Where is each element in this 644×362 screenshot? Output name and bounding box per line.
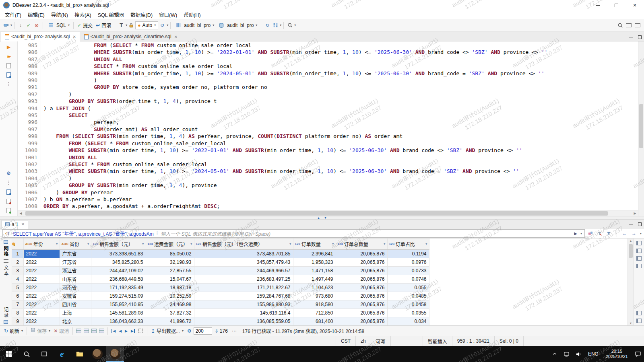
cancel-button[interactable]: ✕ 取消 [52,327,70,334]
presentation-text-tab[interactable]: 文本 [2,265,9,276]
horizontal-scroll-thumb[interactable] [25,211,608,216]
execute-script-icon[interactable]: ▸▸ [5,53,12,60]
previous-page-icon[interactable]: ◀ [119,329,122,333]
grid-cell[interactable]: 345,857,479.43 [194,258,293,266]
column-header-5[interactable]: 123订单数量▾ [293,239,336,249]
row-number[interactable]: 8 [12,309,23,317]
grid-cell[interactable]: 0.1194 [387,249,429,258]
grid-cell[interactable]: 15,047.67 [146,275,194,283]
grid-cell[interactable]: 373,398,651.83 [91,249,146,258]
editor-vertical-scrollbar[interactable] [638,41,644,216]
grid-cell[interactable]: 155,986,880.93 [194,300,293,309]
editor-horizontal-scrollbar[interactable]: ◀ ▶ [18,210,638,216]
grid-cell[interactable]: 0.0485 [387,292,429,300]
task-view-icon[interactable] [35,346,53,362]
grid-cell[interactable]: 171,192,835.49 [91,283,146,292]
network-icon[interactable] [561,346,573,362]
grid-cell[interactable]: 2022 [23,266,60,275]
grid-cell[interactable]: 159,274,515.09 [91,292,146,300]
metadata-panel-icon[interactable] [636,256,642,261]
maximize-button[interactable] [607,0,625,10]
presentation-grid-tab[interactable]: 网格 [2,246,9,257]
load-script-icon[interactable] [5,207,12,214]
grid-cell[interactable]: 37,827.32 [146,309,194,317]
grid-cell[interactable]: 0.055 [387,283,429,292]
grid-corner-cell[interactable] [12,239,23,249]
results-tab-a1[interactable]: a 1 ✕ [2,220,28,228]
grid-cell[interactable]: 0.0746 [387,275,429,283]
goto-row-icon[interactable] [138,329,143,333]
dashboard-dropdown[interactable]: ▾ [280,23,281,27]
history-dropdown[interactable]: ▾ [167,23,168,27]
tab-close-icon[interactable]: ✕ [174,35,178,39]
grid-cell[interactable]: 41,896.72 [146,317,194,325]
grid-cell[interactable]: 171,211,822.67 [194,283,293,292]
grid-cell[interactable]: 10,252.59 [146,292,194,300]
minimize-editor-icon[interactable] [626,33,635,41]
nav-dropdown[interactable]: ▾ [640,232,642,235]
value-panel-icon[interactable] [636,241,642,245]
explain-plan-icon[interactable] [5,62,12,69]
commit-mode-select[interactable]: ● Auto ▾ [135,21,158,29]
grid-cell[interactable]: 34,469.98 [146,300,194,309]
edit-cell-icon[interactable] [76,329,81,333]
row-number[interactable]: 1 [12,249,23,258]
dashboard-icon[interactable] [271,21,279,30]
layout-icon[interactable] [635,23,640,27]
grid-cell[interactable]: 0.0355 [387,309,429,317]
delete-row-icon[interactable] [99,329,104,333]
maximize-editor-icon[interactable] [635,33,644,41]
grid-cell[interactable]: 20,065,876 [336,317,387,325]
app-icon-dbeaver[interactable] [89,346,106,362]
grid-cell[interactable]: 浙江省 [60,266,91,275]
action-center-icon[interactable] [632,346,644,362]
record-mode-tab[interactable]: 记录 [2,307,9,318]
menu-item-1[interactable]: 编辑(E) [25,11,48,19]
column-header-6[interactable]: 123订单总数量▾ [336,239,387,249]
rollback-button[interactable]: ↩回滚 [94,22,113,29]
column-header-4[interactable]: 123销售金额（元）（包含运费）▾ [194,239,293,249]
clear-filter-icon[interactable] [587,230,594,236]
grid-cell[interactable]: 上海 [60,309,91,317]
menu-item-6[interactable]: 窗口(W) [156,11,180,19]
grid-cell[interactable]: 2,396,841 [293,249,336,258]
grid-cell[interactable]: 973,680 [293,292,336,300]
schema-selector[interactable]: audit_bi_pro ▾ [216,21,259,30]
grid-cell[interactable]: 河南省 [60,283,91,292]
menu-item-7[interactable]: 帮助(H) [180,11,204,19]
export-data-button[interactable]: ↥ 导出数据... ▾ [149,327,185,334]
editor-results-splitter[interactable]: ▲ ▼ [0,216,644,220]
references-panel-icon[interactable] [636,264,642,268]
tab-analysis-cleartime-sql[interactable]: <audit_bi_pro> analysis_cleartime.sql ✕ [80,32,182,41]
grid-cell[interactable]: 2022 [23,292,60,300]
add-row-icon[interactable] [84,329,89,333]
save-script-icon[interactable] [5,198,12,204]
column-filter-icon[interactable]: ▾ [56,242,58,246]
maximize-results-icon[interactable] [635,220,644,228]
row-number[interactable]: 6 [12,292,23,300]
menu-item-0[interactable]: 文件(F) [2,11,25,19]
grid-cell[interactable]: 27,857.55 [146,266,194,275]
results-tab-close-icon[interactable]: ✕ [21,222,25,226]
grid-cell[interactable]: 1,497,449 [293,275,336,283]
grid-cell[interactable]: 0.0976 [387,258,429,266]
export-script-icon[interactable] [5,189,12,195]
sql-templates-icon[interactable] [5,72,12,78]
column-filter-icon[interactable]: ▾ [289,242,291,246]
scroll-right-icon[interactable]: ▶ [632,212,638,215]
grid-cell[interactable]: 244,469,966.57 [194,266,293,275]
grid-cell[interactable]: 155,952,410.95 [91,300,146,309]
grid-cell[interactable]: 85,050.02 [146,249,194,258]
fetch-all-icon[interactable]: ⇓ [215,328,219,334]
taskbar-clock[interactable]: 20:15 2025/10/21 [602,349,632,359]
grid-cell[interactable]: 18,987.18 [146,283,194,292]
record-icon[interactable] [4,320,8,324]
apply-filter-icon[interactable]: ▶ [574,231,577,236]
column-filter-icon[interactable]: ▾ [384,242,386,246]
code-area[interactable]: 9859869879889899909919929939949959969979… [18,41,638,210]
row-number[interactable]: 9 [12,317,23,325]
grid-cell[interactable]: 918,580 [293,300,336,309]
grid-cell[interactable]: 2022 [23,275,60,283]
app-icon-dbeaver-active[interactable] [106,346,124,362]
close-button[interactable]: ✕ [625,0,644,10]
